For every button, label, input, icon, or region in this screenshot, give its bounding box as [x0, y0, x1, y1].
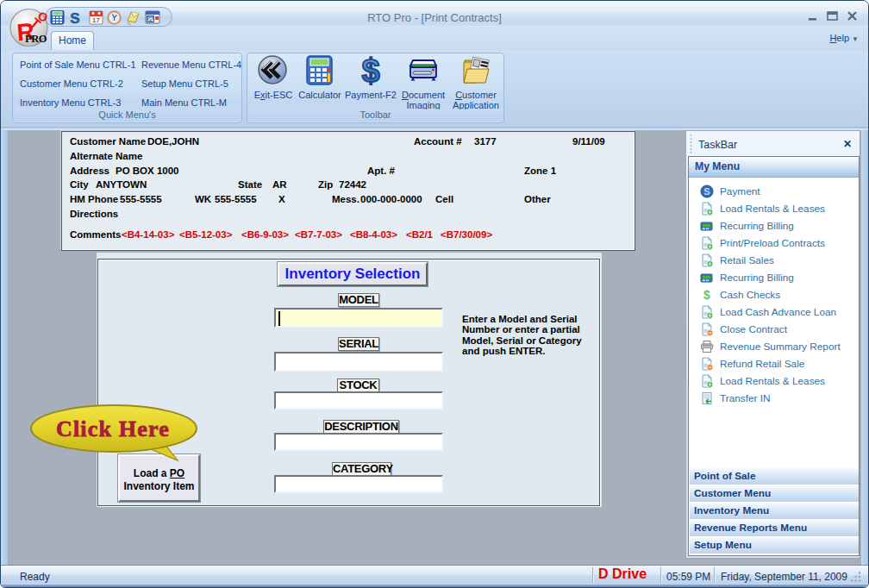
svg-text:Click Here: Click Here	[56, 416, 170, 441]
svg-text:17: 17	[92, 16, 100, 24]
svg-text:$: $	[703, 288, 710, 302]
svg-text:PRO: PRO	[25, 33, 47, 45]
svg-text:S: S	[703, 186, 710, 197]
svg-text:$: $	[361, 55, 379, 86]
svg-text:S: S	[70, 10, 79, 25]
